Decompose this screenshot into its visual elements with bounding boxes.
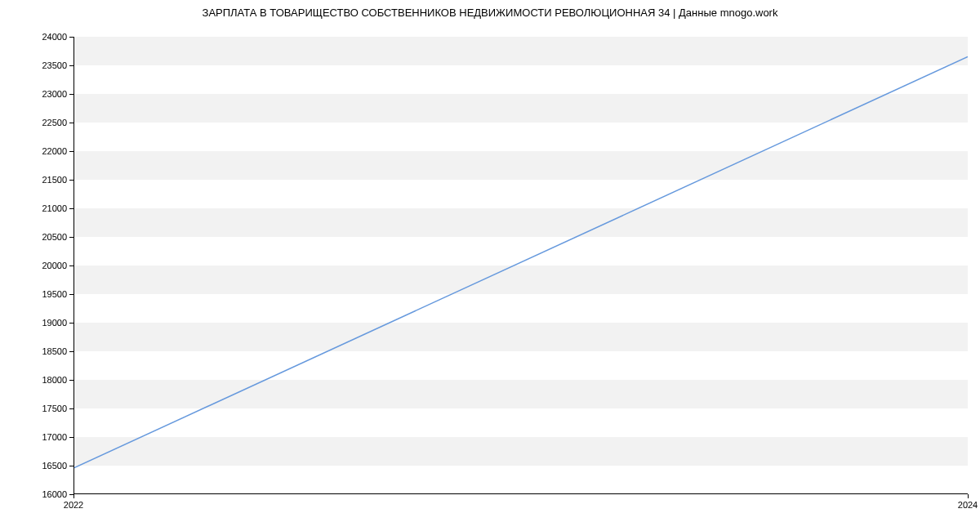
- grid-band: [74, 437, 968, 466]
- x-tick-label: 2022: [64, 500, 83, 510]
- y-tick-mark: [69, 237, 74, 238]
- y-tick-label: 24000: [2, 32, 67, 42]
- y-tick-label: 19000: [2, 318, 67, 328]
- y-tick-mark: [69, 294, 74, 295]
- y-tick-label: 18500: [2, 346, 67, 356]
- grid-band: [74, 266, 968, 294]
- chart-container: ЗАРПЛАТА В ТОВАРИЩЕСТВО СОБСТВЕННИКОВ НЕ…: [0, 0, 980, 531]
- grid-band: [74, 37, 968, 65]
- y-tick-label: 23000: [2, 89, 67, 99]
- y-tick-mark: [69, 151, 74, 152]
- y-tick-label: 17000: [2, 432, 67, 442]
- y-tick-label: 20500: [2, 232, 67, 242]
- y-tick-mark: [69, 37, 74, 38]
- x-tick-mark: [968, 494, 969, 498]
- y-tick-mark: [69, 408, 74, 409]
- grid-band: [74, 151, 968, 180]
- y-tick-mark: [69, 94, 74, 95]
- y-tick-mark: [69, 380, 74, 381]
- grid-band: [74, 380, 968, 408]
- y-tick-label: 16000: [2, 489, 67, 499]
- y-tick-mark: [69, 437, 74, 438]
- y-tick-label: 17500: [2, 404, 67, 413]
- y-tick-label: 20000: [2, 261, 67, 270]
- x-tick-label: 2024: [958, 500, 978, 510]
- y-tick-mark: [69, 351, 74, 352]
- y-tick-mark: [69, 123, 74, 123]
- y-tick-label: 22500: [2, 118, 67, 127]
- grid-band: [74, 208, 968, 237]
- y-tick-mark: [69, 180, 74, 181]
- y-tick-mark: [69, 323, 74, 324]
- y-tick-mark: [69, 65, 74, 66]
- plot-area: [74, 37, 968, 494]
- y-tick-label: 18000: [2, 375, 67, 385]
- y-tick-label: 22000: [2, 146, 67, 156]
- y-tick-label: 21500: [2, 175, 67, 185]
- grid-band: [74, 94, 968, 123]
- y-tick-mark: [69, 466, 74, 466]
- y-tick-mark: [69, 208, 74, 209]
- y-tick-label: 21000: [2, 203, 67, 213]
- y-tick-mark: [69, 266, 74, 266]
- chart-title: ЗАРПЛАТА В ТОВАРИЩЕСТВО СОБСТВЕННИКОВ НЕ…: [0, 7, 980, 19]
- y-tick-label: 19500: [2, 289, 67, 299]
- grid-band: [74, 323, 968, 351]
- x-tick-mark: [74, 494, 74, 498]
- y-tick-label: 23500: [2, 60, 67, 70]
- y-tick-label: 16500: [2, 461, 67, 471]
